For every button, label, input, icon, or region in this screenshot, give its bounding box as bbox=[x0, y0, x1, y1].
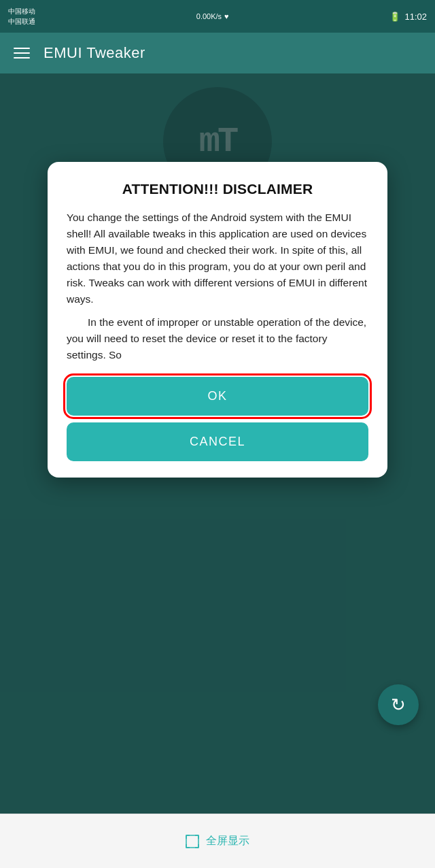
main-content: mT ATTENTION!!! DISCLAIMER You change th… bbox=[0, 73, 435, 814]
battery-icon: 🔋 bbox=[389, 12, 400, 22]
ok-button[interactable]: OK bbox=[67, 377, 368, 416]
dialog-buttons: OK CANCEL bbox=[67, 377, 368, 461]
bottom-bar: 全屏显示 bbox=[0, 814, 435, 868]
carrier2: 中国联通 bbox=[8, 17, 35, 27]
cancel-button[interactable]: CANCEL bbox=[67, 422, 368, 461]
fullscreen-icon bbox=[186, 835, 199, 848]
time-display: 11:02 bbox=[404, 12, 427, 22]
status-bar: 中国移动 中国联通 0.00K/s ♥ 🔋 11:02 bbox=[0, 0, 435, 33]
speed-info: 0.00K/s bbox=[196, 12, 222, 20]
carrier-info: 中国移动 中国联通 bbox=[8, 7, 35, 27]
status-right: 🔋 11:02 bbox=[389, 12, 427, 22]
app-title: EMUI Tweaker bbox=[44, 44, 145, 62]
dialog-title: ATTENTION!!! DISCLAIMER bbox=[67, 181, 368, 197]
refresh-fab[interactable]: ↻ bbox=[378, 684, 419, 725]
top-bar: EMUI Tweaker bbox=[0, 33, 435, 73]
svg-rect-0 bbox=[186, 835, 198, 848]
dialog-body-paragraph2: In the event of improper or unstable ope… bbox=[67, 314, 368, 363]
dialog-body-paragraph1: You change the settings of the Android s… bbox=[67, 210, 368, 307]
fullscreen-label[interactable]: 全屏显示 bbox=[206, 834, 249, 848]
status-center: 0.00K/s ♥ bbox=[196, 12, 229, 20]
refresh-icon: ↻ bbox=[391, 696, 406, 714]
dialog-body: You change the settings of the Android s… bbox=[67, 210, 368, 363]
dialog-overlay: ATTENTION!!! DISCLAIMER You change the s… bbox=[0, 73, 435, 814]
hamburger-menu[interactable] bbox=[14, 48, 30, 59]
disclaimer-dialog: ATTENTION!!! DISCLAIMER You change the s… bbox=[48, 162, 387, 478]
heart-icon: ♥ bbox=[224, 12, 229, 20]
carrier1: 中国移动 bbox=[8, 7, 35, 16]
